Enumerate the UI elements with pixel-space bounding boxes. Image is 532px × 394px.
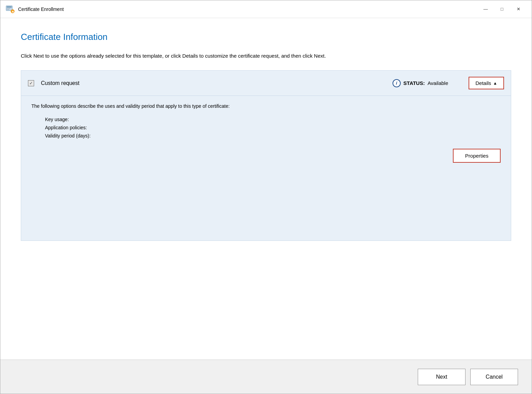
- cert-fields: Key usage: Application policies: Validit…: [45, 117, 501, 138]
- page-description: Click Next to use the options already se…: [21, 52, 396, 60]
- properties-button[interactable]: Properties: [453, 149, 501, 163]
- cert-panel: ✓ Custom request i STATUS: Available Det…: [21, 70, 511, 241]
- next-button[interactable]: Next: [418, 369, 466, 385]
- field-key-usage: Key usage:: [45, 117, 501, 122]
- cert-checkbox[interactable]: ✓: [28, 80, 34, 86]
- minimize-button[interactable]: —: [478, 4, 493, 15]
- status-area: i STATUS: Available: [393, 79, 448, 87]
- info-icon: i: [393, 79, 401, 87]
- properties-area: Properties: [31, 149, 501, 163]
- cancel-button[interactable]: Cancel: [470, 369, 518, 385]
- status-value: Available: [428, 80, 448, 86]
- content-area: Certificate Information Click Next to us…: [0, 18, 532, 360]
- chevron-up-icon: ▲: [493, 81, 497, 86]
- details-button-label: Details: [475, 80, 491, 86]
- checkbox-check: ✓: [29, 81, 33, 86]
- cert-name: Custom request: [41, 80, 386, 86]
- cert-panel-header: ✓ Custom request i STATUS: Available Det…: [21, 71, 511, 96]
- svg-rect-3: [7, 9, 9, 10]
- app-icon: ★: [6, 5, 15, 14]
- title-bar: ★ Certificate Enrollment — □ ✕: [0, 0, 532, 18]
- field-validity-period: Validity period (days):: [45, 133, 501, 138]
- details-button[interactable]: Details ▲: [469, 77, 504, 89]
- close-button[interactable]: ✕: [511, 4, 526, 15]
- field-app-policies: Application policies:: [45, 125, 501, 130]
- svg-text:★: ★: [12, 10, 14, 13]
- svg-rect-1: [7, 6, 12, 8]
- window-controls: — □ ✕: [478, 4, 526, 15]
- cert-body-description: The following options describe the uses …: [31, 103, 501, 110]
- window-title: Certificate Enrollment: [18, 6, 478, 12]
- footer: Next Cancel: [0, 360, 532, 394]
- cert-panel-body: The following options describe the uses …: [21, 96, 511, 240]
- status-label: STATUS:: [403, 80, 425, 86]
- maximize-button[interactable]: □: [494, 4, 510, 15]
- page-heading: Certificate Information: [21, 32, 511, 42]
- svg-rect-2: [7, 8, 10, 9]
- main-window: ★ Certificate Enrollment — □ ✕ Certifica…: [0, 0, 532, 394]
